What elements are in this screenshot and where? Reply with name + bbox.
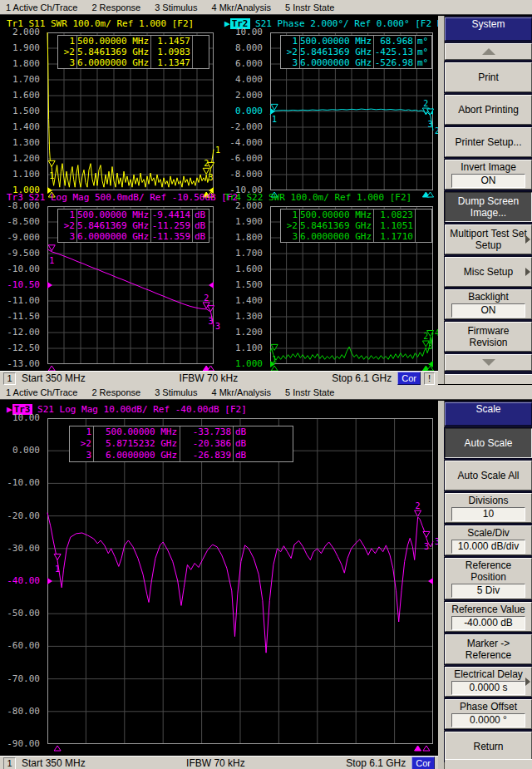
softkey-value: 5 Div xyxy=(451,584,525,598)
svg-text:2: 2 xyxy=(423,332,428,341)
softkey-scroll-track[interactable] xyxy=(438,401,445,769)
axis-tick: -80.00 xyxy=(0,707,40,717)
marker-number: 3 xyxy=(58,231,76,242)
marker-unit: dB xyxy=(192,220,209,231)
softkey-scale-div[interactable]: Scale/Div10.000 dB/div xyxy=(445,525,532,555)
plot-area-bottom: ▶Tr3 S21 Log Mag 10.00dB/ Ref -40.00dB [… xyxy=(0,401,438,769)
softkey-electrical-delay[interactable]: Electrical Delay0.0000 s xyxy=(445,667,532,697)
marker-frequency: 5.8461369 GHz xyxy=(76,220,150,231)
screen-bottom: 1 Active Ch/Trace2 Response3 Stimulus4 M… xyxy=(0,385,532,769)
softkey-scroll-track[interactable] xyxy=(438,16,445,384)
marker-frequency: 500.00000 MHz xyxy=(299,36,373,47)
menubar-item-2-response[interactable]: 2 Response xyxy=(91,2,140,12)
marker-value: -20.386 xyxy=(180,438,233,450)
submenu-arrow-icon xyxy=(525,678,530,686)
softkey-scroll-down-button[interactable] xyxy=(445,354,532,371)
plot-area-top: Tr1 S11 SWR 100.0m/ Ref 1.000 [F2] ▶Tr2 … xyxy=(0,16,438,384)
axis-tick: 1.100 xyxy=(0,170,40,180)
softkey-label: Marker -> Reference xyxy=(447,638,530,661)
marker-number: 1 xyxy=(70,426,93,438)
marker-value: -526.98 xyxy=(373,57,415,68)
softkey-reference-position[interactable]: Reference Position5 Div xyxy=(445,558,532,599)
marker-row: >25.8715232 GHz-20.386dB xyxy=(70,438,293,450)
axis-tick: -8.500 xyxy=(0,217,40,227)
menubar-item-3-stimulus[interactable]: 3 Stimulus xyxy=(155,387,197,397)
btr3-title-rest: S21 Log Mag 10.00dB/ Ref -40.00dB [F2] xyxy=(32,404,247,415)
softkey-auto-scale-all[interactable]: Auto Scale All xyxy=(445,461,532,490)
marker-value: 1.1347 xyxy=(150,57,192,68)
softkey-menu-scale: ScaleAuto ScaleAuto Scale AllDivisions10… xyxy=(438,401,532,769)
scroll-down-icon xyxy=(482,359,495,366)
marker-readout-tr3: 1500.00000 MHz-9.4414dB>25.8461369 GHz-1… xyxy=(57,209,209,243)
marker-frequency: 5.8461369 GHz xyxy=(76,47,150,57)
softkey-firmware-revision[interactable]: Firmware Revision xyxy=(445,322,532,352)
marker-row: 36.0000000 GHz-26.839dB xyxy=(70,450,293,461)
axis-tick: 2.000 xyxy=(218,91,263,101)
marker-frequency: 6.0000000 GHz xyxy=(299,57,373,68)
axis-tick: -11.00 xyxy=(0,296,40,306)
marker-unit: dB xyxy=(233,426,293,438)
axis-tick: -10.00 xyxy=(0,478,40,488)
marker-value: 1.1457 xyxy=(150,36,192,47)
menubar-item-1-active-ch-trace[interactable]: 1 Active Ch/Trace xyxy=(6,387,77,397)
softkey-menu-title: System xyxy=(445,17,532,41)
axis-tick: 1.100 xyxy=(218,343,263,353)
menubar-item-4-mkr-analysis[interactable]: 4 Mkr/Analysis xyxy=(211,387,271,397)
softkey-label: Dump Screen Image... xyxy=(447,195,530,219)
axis-tick: 6.000 xyxy=(218,59,263,69)
softkey-reference-value[interactable]: Reference Value-40.000 dB xyxy=(445,602,532,632)
axis-tick: 8.000 xyxy=(218,43,263,53)
screen-top: 1 Active Ch/Trace2 Response3 Stimulus4 M… xyxy=(0,0,532,384)
menubar-item-2-response[interactable]: 2 Response xyxy=(91,387,140,397)
softkey-multiport-test-set-setup[interactable]: Multiport Test Set Setup xyxy=(445,224,532,254)
softkey-menu-system: SystemPrintAbort PrintingPrinter Setup..… xyxy=(438,16,532,384)
tr1-axis-ticks: 2.0001.9001.8001.7001.6001.5001.4001.300… xyxy=(0,32,44,190)
softkey-label: Reference Value xyxy=(451,604,525,615)
marker-unit: dB xyxy=(192,231,209,242)
marker-value: -11.259 xyxy=(150,220,192,231)
marker-number: 1 xyxy=(58,36,76,47)
marker-row: >25.8461369 GHz-11.259dB xyxy=(58,220,209,231)
menubar-item-5-instr-state[interactable]: 5 Instr State xyxy=(285,2,334,12)
axis-tick: 1.400 xyxy=(0,122,40,132)
axis-tick: -9.500 xyxy=(0,249,40,259)
marker-number: 3 xyxy=(281,57,299,68)
marker-frequency: 500.00000 MHz xyxy=(93,426,180,438)
svg-text:3: 3 xyxy=(428,342,433,351)
softkey-divisions[interactable]: Divisions10 xyxy=(445,493,532,523)
axis-tick: 1.400 xyxy=(218,296,263,306)
softkey-label: Print xyxy=(478,71,499,83)
softkey-dump-screen-image[interactable]: Dump Screen Image... xyxy=(445,192,532,222)
softkey-print[interactable]: Print xyxy=(445,62,532,92)
softkey-auto-scale[interactable]: Auto Scale xyxy=(445,428,532,458)
softkey-scroll-up-button[interactable] xyxy=(445,43,532,60)
menubar-item-4-mkr-analysis[interactable]: 4 Mkr/Analysis xyxy=(211,2,271,12)
marker-frequency: 6.0000000 GHz xyxy=(76,231,150,242)
softkey-printer-setup[interactable]: Printer Setup... xyxy=(445,127,532,157)
axis-tick: 1.600 xyxy=(218,264,263,274)
softkey-return[interactable]: Return xyxy=(445,732,532,762)
softkey-phase-offset[interactable]: Phase Offset0.0000 ° xyxy=(445,699,532,729)
softkey-label: Misc Setup xyxy=(464,266,513,278)
axis-tick: 1.900 xyxy=(218,217,263,227)
ifbw-label: IFBW 70 kHz xyxy=(86,757,347,769)
svg-text:1: 1 xyxy=(272,115,277,124)
menubar-item-3-stimulus[interactable]: 3 Stimulus xyxy=(155,2,197,12)
menubar-item-1-active-ch-trace[interactable]: 1 Active Ch/Trace xyxy=(6,2,77,12)
correction-badge: Cor xyxy=(411,757,435,769)
menubar-item-5-instr-state[interactable]: 5 Instr State xyxy=(285,387,334,397)
softkey-menu-title: Scale xyxy=(445,402,532,426)
svg-text:3: 3 xyxy=(209,317,214,326)
marker-value: 1.1051 xyxy=(373,220,415,231)
marker-number: 1 xyxy=(281,210,299,220)
softkey-invert-image[interactable]: Invert ImageON xyxy=(445,160,532,190)
softkey-backlight[interactable]: BacklightON xyxy=(445,289,532,319)
marker-unit: m° xyxy=(415,36,431,47)
axis-tick: 1.800 xyxy=(0,59,40,69)
softkey-marker-reference[interactable]: Marker -> Reference xyxy=(445,634,532,664)
softkey-misc-setup[interactable]: Misc Setup xyxy=(445,257,532,287)
marker-readout-btr3: 1500.00000 MHz-33.738dB>25.8715232 GHz-2… xyxy=(69,426,293,462)
marker-frequency: 5.8461369 GHz xyxy=(299,220,373,231)
softkey-abort-printing[interactable]: Abort Printing xyxy=(445,95,532,125)
svg-text:1: 1 xyxy=(49,171,54,180)
